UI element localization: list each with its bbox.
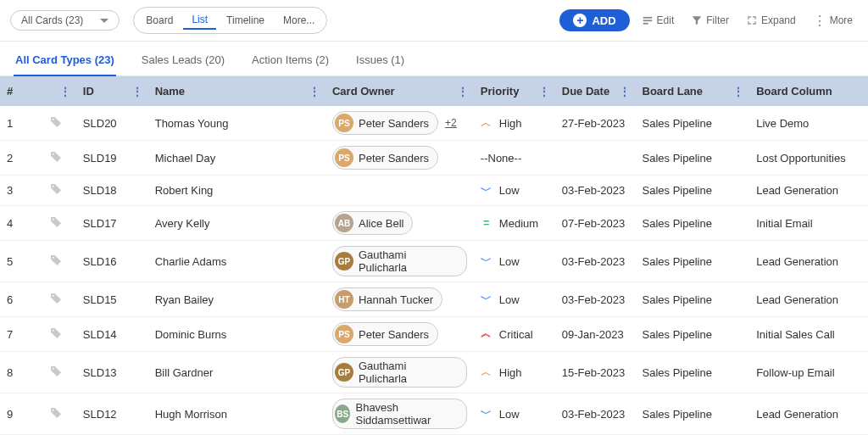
col-lane[interactable]: Board Lane⋮ xyxy=(636,76,750,106)
cell-icon xyxy=(42,206,76,241)
column-menu-icon[interactable]: ⋮ xyxy=(59,85,71,98)
tab-action-items[interactable]: Action Items (2) xyxy=(250,50,331,75)
priority: =Medium xyxy=(481,217,548,230)
cell-name: Bill Gardner xyxy=(148,352,326,393)
column-menu-icon[interactable]: ⋮ xyxy=(732,85,744,98)
cards-dropdown-label: All Cards (23) xyxy=(21,14,83,26)
tab-issues[interactable]: Issues (1) xyxy=(354,50,406,75)
filter-action[interactable]: Filter xyxy=(686,11,734,30)
svg-point-4 xyxy=(53,153,54,154)
col-due[interactable]: Due Date⋮ xyxy=(555,76,636,106)
tag-icon xyxy=(49,406,63,420)
owner-name: Gauthami Pulicharla xyxy=(359,248,458,274)
cell-owner: ABAlice Bell xyxy=(326,206,474,241)
owner-chip[interactable]: PSPeter Sanders xyxy=(332,111,438,135)
cards-dropdown[interactable]: All Cards (23) xyxy=(10,10,120,31)
priority: ︿︿︿Critical xyxy=(481,328,548,341)
column-menu-icon[interactable]: ⋮ xyxy=(309,85,320,98)
owner-chip[interactable]: GPGauthami Pulicharla xyxy=(332,246,467,276)
expand-action[interactable]: Expand xyxy=(741,11,801,30)
cell-lane: Sales Pipeline xyxy=(636,317,750,352)
cell-id: SLD19 xyxy=(76,141,148,176)
cell-priority: ﹀Low xyxy=(474,241,555,282)
cell-board: Lead Generation xyxy=(749,241,868,282)
cell-id: SLD18 xyxy=(76,176,148,206)
avatar: BS xyxy=(335,404,351,423)
tab-all-card-types[interactable]: All Card Types (23) xyxy=(14,50,116,76)
column-menu-icon[interactable]: ⋮ xyxy=(619,85,631,98)
owner-chip[interactable]: BSBhavesh Siddamsettiwar xyxy=(332,399,467,429)
priority-text: Low xyxy=(499,408,520,421)
table-row[interactable]: 3SLD18Robert King﹀Low03-Feb-2023Sales Pi… xyxy=(0,176,868,206)
table-row[interactable]: 8SLD13Bill GardnerGPGauthami Pulicharla︿… xyxy=(0,352,868,393)
cell-due xyxy=(555,141,636,176)
priority-icon: ﹀ xyxy=(481,255,492,267)
cell-number: 3 xyxy=(0,176,42,206)
owner-chip[interactable]: PSPeter Sanders xyxy=(332,322,438,346)
cell-lane: Sales Pipeline xyxy=(636,206,750,241)
tab-sales-leads[interactable]: Sales Leads (20) xyxy=(140,50,226,75)
owner-extra[interactable]: +2 xyxy=(445,117,457,129)
owner-chip[interactable]: PSPeter Sanders xyxy=(332,146,438,170)
more-action[interactable]: ⋮ More xyxy=(808,9,858,32)
svg-point-8 xyxy=(53,294,54,296)
column-menu-icon[interactable]: ⋮ xyxy=(131,85,143,98)
filter-label: Filter xyxy=(706,14,729,26)
priority-text: Low xyxy=(499,293,520,306)
owner-chip[interactable]: GPGauthami Pulicharla xyxy=(332,357,467,388)
cell-owner: PSPeter Sanders xyxy=(326,141,474,176)
tag-icon xyxy=(49,150,63,164)
view-board[interactable]: Board xyxy=(137,12,181,29)
cell-lane: Sales Pipeline xyxy=(636,393,750,435)
table-row[interactable]: 4SLD17Avery KellyABAlice Bell=Medium07-F… xyxy=(0,206,868,241)
cell-name: Charlie Adams xyxy=(148,241,326,282)
cell-owner: GPGauthami Pulicharla xyxy=(326,352,474,393)
cell-priority: --None-- xyxy=(474,141,555,176)
priority: ﹀Low xyxy=(481,184,548,197)
svg-point-5 xyxy=(53,186,54,187)
owner-name: Gauthami Pulicharla xyxy=(359,360,458,385)
table-row[interactable]: 6SLD15Ryan BaileyHTHannah Tucker﹀Low03-F… xyxy=(0,282,868,317)
col-owner[interactable]: Card Owner⋮ xyxy=(326,76,474,106)
table-row[interactable]: 9SLD12Hugh MorrisonBSBhavesh Siddamsetti… xyxy=(0,393,868,435)
cell-due: 03-Feb-2023 xyxy=(555,241,636,282)
cell-id: SLD16 xyxy=(76,241,148,282)
priority-text: --None-- xyxy=(481,152,521,165)
view-switcher: Board List Timeline More... xyxy=(133,7,327,34)
avatar: HT xyxy=(335,290,353,309)
edit-action[interactable]: Edit xyxy=(637,11,680,30)
table-row[interactable]: 7SLD14Dominic BurnsPSPeter Sanders︿︿︿Cri… xyxy=(0,317,868,352)
priority: ﹀Low xyxy=(481,255,548,268)
column-menu-icon[interactable]: ⋮ xyxy=(457,85,469,98)
cell-board: Initial Sales Call xyxy=(749,317,868,352)
priority-text: High xyxy=(499,117,522,130)
cell-icon xyxy=(42,141,76,176)
col-number[interactable]: #⋮ xyxy=(0,76,76,106)
cell-number: 6 xyxy=(0,282,42,317)
table-row[interactable]: 1SLD20Thomas YoungPSPeter Sanders+2︿︿Hig… xyxy=(0,106,868,141)
view-more[interactable]: More... xyxy=(275,12,323,29)
table-row[interactable]: 2SLD19Michael DayPSPeter Sanders--None--… xyxy=(0,141,868,176)
cell-lane: Sales Pipeline xyxy=(636,141,750,176)
column-menu-icon[interactable]: ⋮ xyxy=(538,85,550,98)
cell-priority: ﹀Low xyxy=(474,176,555,206)
table-row[interactable]: 5SLD16Charlie AdamsGPGauthami Pulicharla… xyxy=(0,241,868,282)
view-timeline[interactable]: Timeline xyxy=(218,12,273,29)
col-name[interactable]: Name⋮ xyxy=(148,76,326,106)
priority-text: High xyxy=(499,366,522,379)
add-button[interactable]: + ADD xyxy=(559,9,629,31)
owner-chip[interactable]: ABAlice Bell xyxy=(332,211,413,235)
owner-name: Peter Sanders xyxy=(359,117,429,130)
col-board[interactable]: Board Column xyxy=(749,76,868,106)
tag-icon xyxy=(49,215,63,229)
cell-board: Lead Generation xyxy=(749,393,868,435)
view-list[interactable]: List xyxy=(183,11,216,30)
col-id[interactable]: ID⋮ xyxy=(76,76,148,106)
col-priority[interactable]: Priority⋮ xyxy=(474,76,555,106)
svg-point-11 xyxy=(53,409,54,410)
tag-icon xyxy=(49,182,63,196)
avatar: PS xyxy=(335,325,353,343)
cell-lane: Sales Pipeline xyxy=(636,282,750,317)
owner-chip[interactable]: HTHannah Tucker xyxy=(332,287,442,311)
edit-icon xyxy=(642,14,654,26)
